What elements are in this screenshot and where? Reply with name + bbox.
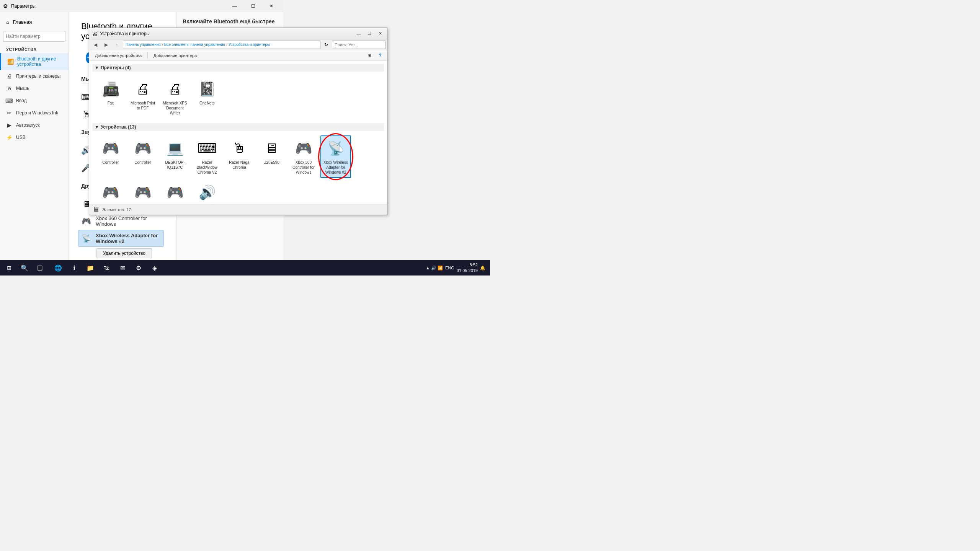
close-button[interactable]: ✕ [263, 0, 280, 12]
edge-icon[interactable]: 🌐 [51, 260, 66, 276]
settings-window-icon: ⚙ [3, 3, 8, 9]
ie-icon[interactable]: ℹ [67, 260, 82, 276]
bluetooth-tip-title: Включайте Bluetooth ещё быстрее [183, 18, 277, 24]
sidebar-printers-label: Принтеры и сканеры [16, 73, 60, 79]
device-tile-razer-mouse[interactable]: 🖱 Razer Naga Chroma [224, 135, 255, 178]
store-icon[interactable]: 🛍 [99, 260, 114, 276]
fax-icon: 📠 [101, 79, 121, 99]
device-tile-xbox360[interactable]: 🎮 Xbox 360 Controller for Windows [288, 135, 319, 178]
onenote-icon: 📓 [197, 79, 217, 99]
controller2-icon: 🎮 [133, 139, 153, 158]
device-tile-xbox-controller2[interactable]: 🎮 Беспроводной контроллер Xbox One [127, 179, 158, 204]
taskbar: ⊞ 🔍 ❑ 🌐 ℹ 📁 🛍 ✉ ⚙ ◈ ▲ 🔊 📶 ENG 8:52 31.05… [0, 260, 490, 276]
device-item-xbox-adapter[interactable]: 📡 Xbox Wireless Adapter for Windows #2 [78, 230, 164, 247]
remove-device-button[interactable]: Удалить устройство [96, 248, 152, 258]
devices-window-title: Устройства и принтеры [100, 31, 353, 36]
xbox360-name: Xbox 360 Controller for Windows [96, 215, 164, 227]
controller1-label: Controller [102, 160, 119, 165]
device-tile-xbox-adapter[interactable]: 📡 Xbox Wireless Adapter for Windows #2 [320, 135, 351, 178]
printer-tile-onenote[interactable]: 📓 OneNote [192, 76, 222, 119]
sidebar-mouse-label: Мышь [16, 86, 29, 91]
sidebar-bluetooth-label: Bluetooth и другие устройства [17, 56, 62, 67]
devices-close-btn[interactable]: ✕ [375, 29, 385, 38]
adapter-icon: 📡 [82, 233, 91, 244]
address-bar[interactable]: Панель управления › Все элементы панели … [123, 41, 320, 49]
system-tray-icons: ▲ 🔊 📶 [426, 266, 443, 271]
minimize-button[interactable]: — [226, 0, 243, 12]
sidebar-item-bluetooth[interactable]: 📶 Bluetooth и другие устройства [0, 53, 69, 70]
toolbar-right: ⊞ ? [365, 51, 385, 60]
xbox-adapter-tile-icon: 📡 [326, 139, 346, 158]
device-tile-desktop[interactable]: 💻 DESKTOP-IQ11S7C [160, 135, 190, 178]
taskbar-pinned-icons: 🌐 ℹ 📁 🛍 ✉ ⚙ ◈ [51, 260, 162, 276]
devices-section-header[interactable]: ▼ Устройства (13) [92, 123, 384, 131]
settings-sidebar: ⌂ Главная Устройства 📶 Bluetooth и други… [0, 12, 69, 260]
razer-kb-label: Razer BlackWidow Chroma V2 [194, 160, 220, 175]
sidebar-item-printers[interactable]: 🖨 Принтеры и сканеры [0, 70, 69, 82]
device-tile-speakers-d[interactable]: 🔊 Динамики (Realtek High Definition Audi… [192, 179, 222, 204]
printers-grid: 📠 Fax 🖨 Microsoft Print to PDF 🖨 Microso… [92, 75, 384, 123]
sidebar-search-input[interactable] [3, 31, 65, 42]
sidebar-item-input[interactable]: ⌨ Ввод [0, 95, 69, 107]
sidebar-item-usb[interactable]: ⚡ USB [0, 131, 69, 143]
printer-tile-fax[interactable]: 📠 Fax [95, 76, 126, 119]
device-tile-xbox-controller1[interactable]: 🎮 Беспроводной контроллер Xbox One [95, 179, 126, 204]
razer-mouse-label: Razer Naga Chroma [226, 160, 252, 170]
mouse-icon: 🖱 [6, 85, 12, 91]
refresh-button[interactable]: ↻ [322, 41, 330, 49]
printers-section-label: Принтеры (4) [101, 65, 131, 70]
explorer-icon[interactable]: 📁 [83, 260, 98, 276]
device-tile-u28e590[interactable]: 🖥 U28E590 [256, 135, 287, 178]
devices-search-input[interactable] [332, 41, 385, 49]
mail-icon[interactable]: ✉ [115, 260, 130, 276]
devices-printers-window: 🖨 Устройства и принтеры — ☐ ✕ ◀ ▶ ↑ Пане… [89, 28, 387, 215]
device-tile-razer-kb[interactable]: ⌨ Razer BlackWidow Chroma V2 [192, 135, 222, 178]
settings-icon[interactable]: ⚙ [131, 260, 146, 276]
xbox-adapter-tile-label: Xbox Wireless Adapter for Windows #2 [323, 160, 349, 175]
controller2-label: Controller [134, 160, 151, 165]
add-printer-toolbar-btn[interactable]: Добавление принтера [150, 52, 200, 59]
devices-grid: 🎮 Controller 🎮 Controller 💻 DESKTOP-IQ11… [92, 134, 384, 204]
xbox360-icon: 🎮 [294, 139, 314, 158]
printers-section-header[interactable]: ▼ Принтеры (4) [92, 64, 384, 72]
devices-minimize-btn[interactable]: — [353, 29, 364, 38]
usb-icon: ⚡ [6, 134, 12, 140]
sidebar-item-mouse[interactable]: 🖱 Мышь [0, 82, 69, 95]
taskbar-date: 31.05.2019 [457, 268, 478, 274]
taskbar-lang: ENG [445, 266, 454, 270]
u28e590-tile-label: U28E590 [263, 160, 279, 165]
sidebar-item-autorun[interactable]: ▶ Автозапуск [0, 119, 69, 131]
home-label: Главная [13, 19, 32, 25]
start-button[interactable]: ⊞ [2, 260, 17, 276]
task-view-button[interactable]: ❑ [32, 260, 47, 276]
cortana-icon[interactable]: ◈ [147, 260, 162, 276]
taskbar-datetime: 8:52 31.05.2019 [457, 262, 478, 274]
device-tile-controller1[interactable]: 🎮 Controller [95, 135, 126, 178]
up-button[interactable]: ↑ [112, 40, 121, 49]
printer-tile-xps[interactable]: 🖨 Microsoft XPS Document Writer [160, 76, 190, 119]
devices-statusbar: 🖥 Элементов: 17 [89, 204, 387, 215]
ms-pdf-label: Microsoft Print to PDF [130, 101, 156, 111]
notifications-icon[interactable]: 🔔 [480, 266, 485, 271]
onenote-label: OneNote [199, 101, 215, 106]
sidebar-home[interactable]: ⌂ Главная [0, 15, 69, 29]
device-tile-controller2[interactable]: 🎮 Controller [127, 135, 158, 178]
device-tile-xbox-controller3[interactable]: 🎮 Беспроводной контроллер Xbox One [160, 179, 190, 204]
controller1-icon: 🎮 [101, 139, 121, 158]
xbox-ctrl3-icon: 🎮 [165, 183, 185, 202]
xbox-adapter-name: Xbox Wireless Adapter for Windows #2 [96, 233, 160, 244]
printer-tile-ms-pdf[interactable]: 🖨 Microsoft Print to PDF [127, 76, 158, 119]
add-device-toolbar-btn[interactable]: Добавление устройства [91, 52, 145, 59]
help-icon[interactable]: ? [376, 51, 385, 60]
maximize-button[interactable]: ☐ [244, 0, 262, 12]
xbox360-tile-label: Xbox 360 Controller for Windows [291, 160, 317, 175]
devices-section-label: Устройства (13) [101, 124, 136, 130]
forward-button[interactable]: ▶ [101, 40, 111, 49]
devices-toolbar: Добавление устройства Добавление принтер… [89, 50, 387, 61]
sidebar-item-pen[interactable]: ✏ Перо и Windows Ink [0, 107, 69, 119]
search-taskbar-button[interactable]: 🔍 [17, 260, 32, 276]
view-options-btn[interactable]: ⊞ [365, 51, 374, 60]
back-button[interactable]: ◀ [91, 40, 100, 49]
sidebar-pen-label: Перо и Windows Ink [16, 110, 58, 116]
devices-maximize-btn[interactable]: ☐ [364, 29, 375, 38]
